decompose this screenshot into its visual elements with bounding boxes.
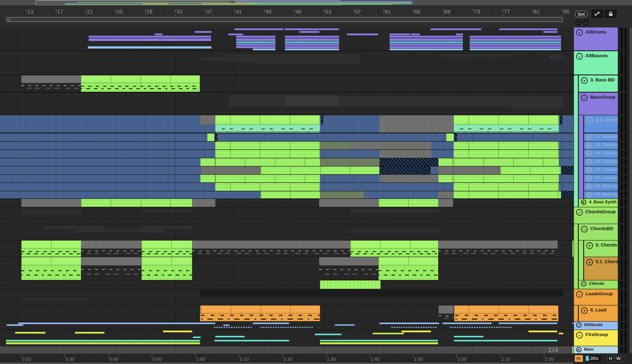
clip[interactable]: [559, 333, 563, 334]
track-header-fxsgroup[interactable]: ≡FXsGroup: [574, 330, 618, 346]
lane-sub2[interactable]: [0, 134, 574, 141]
clip[interactable]: [81, 248, 142, 257]
clip[interactable]: [285, 42, 339, 43]
clip[interactable]: [454, 124, 559, 132]
lane-bassbd[interactable]: [0, 75, 574, 92]
track-header-3-bass-bd[interactable]: ▼3. Bass BD: [579, 75, 618, 92]
clip[interactable]: [7, 324, 23, 326]
clip[interactable]: [253, 322, 289, 324]
clip[interactable]: [75, 332, 104, 334]
clip[interactable]: [215, 150, 320, 158]
clip[interactable]: [215, 124, 320, 132]
clip[interactable]: [500, 28, 558, 30]
draw-mode-button[interactable]: [592, 10, 603, 18]
clip[interactable]: [315, 334, 342, 335]
clip[interactable]: [21, 75, 81, 83]
clip[interactable]: [142, 248, 192, 257]
play-icon[interactable]: ▶: [586, 142, 592, 148]
track-header-3-6-top-bass-4[interactable]: ▶3.6. Top Bass 4: [584, 166, 618, 174]
clip[interactable]: [285, 46, 339, 48]
play-icon[interactable]: ▶: [586, 192, 592, 197]
clip[interactable]: [225, 59, 360, 62]
lane-sub5[interactable]: [0, 158, 574, 166]
lane-sub6[interactable]: [0, 166, 574, 174]
clip[interactable]: [320, 342, 438, 344]
clip[interactable]: [21, 83, 81, 92]
play-icon[interactable]: ▶: [586, 184, 592, 189]
clip[interactable]: [21, 212, 81, 214]
clip[interactable]: [390, 46, 463, 48]
clip[interactable]: [498, 322, 557, 324]
clip[interactable]: [192, 199, 215, 207]
clip[interactable]: [142, 257, 192, 265]
clip[interactable]: [236, 46, 276, 48]
clip[interactable]: [319, 265, 378, 280]
clip[interactable]: [378, 257, 438, 265]
clip[interactable]: [195, 31, 212, 33]
clip[interactable]: [430, 28, 481, 30]
fold-icon[interactable]: ▼: [586, 117, 593, 124]
clip[interactable]: [454, 142, 559, 150]
fold-icon[interactable]: ▼: [586, 259, 593, 266]
clip[interactable]: [320, 280, 380, 289]
forward-arrow-button[interactable]: →: [582, 19, 589, 26]
clip[interactable]: [200, 290, 563, 297]
lane-chords1[interactable]: [0, 240, 574, 257]
clip[interactable]: [561, 166, 574, 174]
clip[interactable]: [155, 34, 162, 35]
lane-sub7[interactable]: [0, 175, 574, 182]
lane-bassgroup[interactable]: [0, 93, 574, 115]
clip[interactable]: [257, 62, 360, 64]
lane-main[interactable]: [0, 346, 574, 353]
track-header-6-lead[interactable]: ▼6. Lead: [579, 306, 618, 321]
clip[interactable]: [225, 57, 360, 59]
lane-sub9[interactable]: [0, 191, 574, 198]
clip[interactable]: [454, 183, 559, 191]
clip[interactable]: [142, 240, 192, 248]
track-header-5-chords-1[interactable]: ▼5. Chords 1: [584, 240, 618, 257]
clip[interactable]: [223, 324, 230, 326]
play-icon[interactable]: ▶: [586, 134, 592, 140]
clip[interactable]: [550, 54, 563, 59]
play-icon[interactable]: ▶: [581, 200, 586, 205]
clip[interactable]: [200, 306, 320, 314]
clip[interactable]: [234, 28, 284, 30]
clip[interactable]: [15, 332, 46, 334]
lane-chordsbd[interactable]: [0, 224, 574, 240]
clip[interactable]: [236, 38, 276, 41]
clip[interactable]: [347, 34, 378, 35]
clip[interactable]: [285, 38, 339, 41]
clip[interactable]: [438, 175, 559, 182]
clip[interactable]: [380, 166, 431, 174]
track-header-3-4-top-bass-2[interactable]: ▶3.4. Top Bass 2: [584, 150, 618, 158]
zoom-level-field[interactable]: 1.00x: [584, 355, 601, 362]
menu-icon[interactable]: ≡: [576, 322, 582, 328]
track-header-3-9-bass-synt[interactable]: ▶3.9. Bass Synt: [584, 191, 618, 198]
clip[interactable]: [500, 166, 561, 174]
clip[interactable]: [21, 248, 81, 257]
set-button[interactable]: Set: [575, 11, 588, 17]
clip[interactable]: [454, 115, 559, 124]
time-ruler[interactable]: 0:200:300:400:501:001:101:201:301:401:50…: [0, 353, 574, 364]
clip[interactable]: [470, 42, 561, 43]
clip[interactable]: [454, 150, 559, 158]
clip[interactable]: [390, 38, 463, 41]
clip[interactable]: [438, 199, 453, 207]
track-header-3-8-bass-synt[interactable]: ▶3.8. Bass Synt: [584, 183, 618, 191]
clip[interactable]: [319, 199, 378, 207]
clip[interactable]: [207, 134, 214, 141]
menu-icon[interactable]: ≡: [581, 94, 588, 101]
track-header-3-2-808intro-d[interactable]: ▶3.2. 808Intro D: [584, 134, 618, 141]
lane-leadsgroup[interactable]: [0, 289, 574, 305]
lane-chords2[interactable]: [0, 257, 574, 280]
clip[interactable]: [454, 134, 457, 141]
clip[interactable]: [543, 31, 558, 33]
clip[interactable]: [350, 248, 438, 257]
clip[interactable]: [214, 327, 252, 328]
clip[interactable]: [163, 330, 192, 332]
clip[interactable]: [320, 340, 438, 342]
clip[interactable]: [81, 75, 200, 83]
clip[interactable]: [225, 54, 360, 56]
clip[interactable]: [380, 150, 431, 158]
clip[interactable]: [470, 46, 561, 48]
